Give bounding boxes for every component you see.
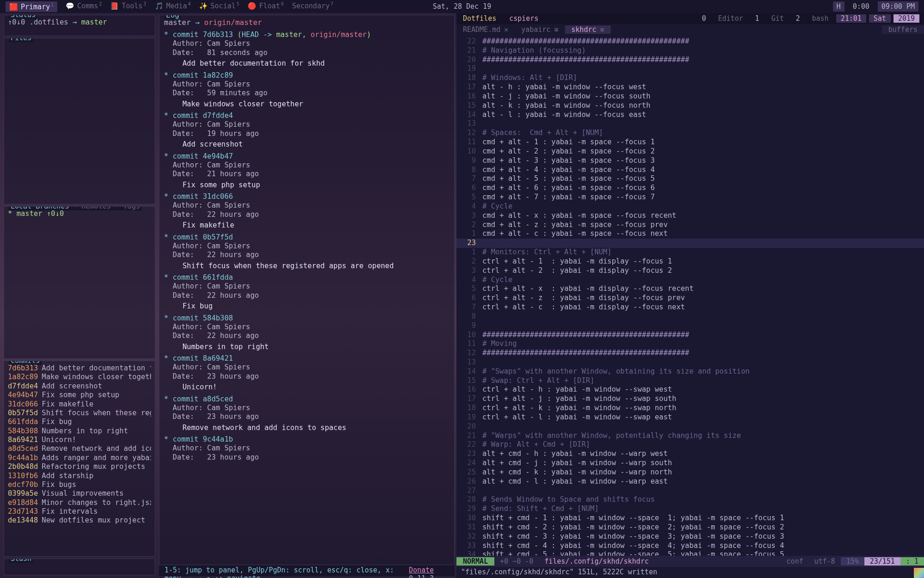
branch-current[interactable]: * master ↑0↓0 — [8, 209, 64, 218]
tmux-seg[interactable]: 1 — [750, 14, 764, 23]
log-commit[interactable]: * commit d7fdde4 Author: Cam Spiers Date… — [164, 111, 450, 149]
editor-line: 18# Windows: Alt + [DIR] — [456, 74, 924, 83]
tmux-clock-seg: Sat — [869, 14, 891, 23]
workspace-secondary[interactable]: Secondary7 — [292, 1, 333, 12]
tmux-clock-seg: 21:01 — [836, 14, 866, 23]
workspace-primary[interactable]: 🟥Primary1 — [6, 1, 57, 12]
editor-line: 10cmd + alt - 2 : yabai -m space --focus… — [456, 147, 924, 156]
commit-row[interactable]: 23d7143Fix intervals — [8, 507, 151, 516]
tmux-seg[interactable]: 2 — [791, 14, 804, 23]
editor-line: 24alt + cmd - j : yabai -m window --warp… — [456, 459, 924, 468]
crumb-user[interactable]: cspiers — [503, 14, 545, 23]
commit-row[interactable]: d7fdde4Add screenshot — [8, 382, 151, 391]
log-title: Log — [164, 15, 181, 19]
menubar-h-chip[interactable]: H — [833, 1, 845, 12]
resize-corner-icon — [914, 568, 924, 578]
editor-line: 11# Moving — [456, 339, 924, 349]
commit-row[interactable]: e918d84Minor changes to right.jsx — [8, 498, 151, 507]
commit-row[interactable]: 4e94b47Fix some php setup — [8, 391, 151, 400]
editor-line: 23alt + cmd - h : yabai -m window --warp… — [456, 449, 924, 459]
vim-mode: NORMAL — [456, 557, 494, 566]
version: 0.11.3 — [409, 574, 434, 578]
log-commit[interactable]: * commit a8d5ced Author: Cam Spiers Date… — [164, 395, 450, 433]
log-panel[interactable]: Log master → origin/master * commit 7d6b… — [159, 15, 455, 565]
editor-line: 27 — [456, 486, 924, 496]
commit-row[interactable]: de13448New dotfiles mux project — [8, 516, 151, 525]
editor-line: 26alt + cmd - l : yabai -m window --warp… — [456, 477, 924, 486]
editor-line: 33shift + cmd - 4 : yabai -m window --sp… — [456, 541, 924, 551]
workspace-float[interactable]: 🔴Float6 — [248, 1, 284, 12]
commit-row[interactable]: 31dc066Fix makefile — [8, 400, 151, 409]
buffers-label[interactable]: buffers — [882, 25, 924, 34]
commit-row[interactable]: 9c44a1bAdds ranger and more yabai — [8, 454, 151, 462]
editor-line: 6ctrl + alt - z : yabai -m display --foc… — [456, 294, 924, 303]
log-commit[interactable]: * commit 1a82c89 Author: Cam Spiers Date… — [164, 71, 450, 109]
editor-line: 12# Spaces: Cmd + Alt + [NUM] — [456, 129, 924, 138]
log-commit[interactable]: * commit 31dc066 Author: Cam Spiers Date… — [164, 192, 450, 230]
editor-line: 30shift + cmd - 1 : yabai -m window --sp… — [456, 514, 924, 523]
lazygit-help: 1-5: jump to panel, PgUp/PgDn: scroll, e… — [159, 565, 455, 576]
files-panel[interactable]: Files — [4, 38, 155, 204]
workspace-social[interactable]: ✨Social5 — [199, 1, 239, 12]
editor-line: 1# Monitors: Ctrl + Alt + [NUM] — [456, 248, 924, 257]
editor-line: 6cmd + alt - 6 : yabai -m space --focus … — [456, 184, 924, 193]
commit-row[interactable]: 2b0b48dRefactoring mux projects — [8, 462, 151, 471]
editor-line: 23 — [456, 239, 924, 248]
workspace-comms[interactable]: 💬Comms2 — [66, 1, 102, 12]
commit-row[interactable]: a8d5cedRemove network and add icons t — [8, 444, 151, 453]
close-icon[interactable]: ✕ — [504, 25, 508, 34]
log-commit[interactable]: * commit 0b57f5d Author: Cam Spiers Date… — [164, 233, 450, 271]
stash-title: Stash — [9, 559, 33, 563]
menubar-date: Sat, 28 Dec 19 — [433, 2, 491, 11]
commit-row[interactable]: 1a82c89Make windows closer together — [8, 373, 151, 381]
workspace-media[interactable]: 🎵Media4 — [155, 1, 191, 12]
donate-link[interactable]: Donate — [409, 566, 434, 574]
log-commit[interactable]: * commit 7d6b313 (HEAD -> master, origin… — [164, 31, 450, 68]
close-icon[interactable]: ≡ — [554, 25, 559, 34]
commit-row[interactable]: 584b308Numbers in top right — [8, 427, 151, 436]
tmux-seg[interactable]: Editor — [713, 14, 748, 23]
log-commit[interactable]: * commit 9c44a1b Author: Cam Spiers Date… — [164, 435, 450, 462]
commit-row[interactable]: 0b57f5dShift focus when these registe — [8, 409, 151, 418]
editor-line: 17ctrl + alt - j : yabai -m window --swa… — [456, 394, 924, 404]
editor-line: 18ctrl + alt - k : yabai -m window --swa… — [456, 404, 924, 413]
log-commit[interactable]: * commit 661fdda Author: Cam Spiers Date… — [164, 273, 450, 311]
commit-row[interactable]: 661fddaFix bug — [8, 418, 151, 426]
status-line: ↑0↓0 .dotfiles → master — [8, 18, 151, 26]
close-icon[interactable]: ≡ — [600, 25, 604, 34]
branches-title: Local Branches — [11, 206, 69, 210]
workspace-tools[interactable]: 📕Tools3 — [110, 1, 146, 12]
vim-statusline: NORMAL +0 ~0 -0 files/.config/skhd/skhdr… — [456, 556, 924, 567]
stash-panel[interactable]: Stash — [4, 559, 155, 575]
files-title: Files — [9, 38, 33, 42]
editor-line: 3cmd + alt - x : yabai -m space --focus … — [456, 211, 924, 221]
branches-panel[interactable]: Local Branches - Remotes - Tags * master… — [4, 206, 155, 359]
commit-row[interactable]: 1310fb6Add starship — [8, 472, 151, 480]
vim-conf: conf — [781, 557, 808, 566]
tmux-tabline: Dotfiles cspiers 0Editor1Git2bash21:01Sa… — [456, 13, 924, 24]
status-panel[interactable]: Status ↑0↓0 .dotfiles → master — [4, 15, 155, 36]
crumb-project[interactable]: Dotfiles — [456, 14, 503, 23]
editor-body[interactable]: 22######################################… — [456, 35, 924, 556]
buffer-tab[interactable]: README.md✕ — [456, 25, 515, 34]
editor-line: 5cmd + alt - 7 : yabai -m space --focus … — [456, 193, 924, 202]
tmux-seg[interactable]: bash — [808, 14, 833, 23]
log-commit[interactable]: * commit 4e94b47 Author: Cam Spiers Date… — [164, 152, 450, 190]
log-commit[interactable]: * commit 584b308 Author: Cam Spiers Date… — [164, 314, 450, 352]
commit-row[interactable]: edcf70bFix bugs — [8, 480, 151, 489]
log-commit[interactable]: * commit 8a69421 Author: Cam Spiers Date… — [164, 354, 450, 392]
tmux-seg[interactable]: Git — [766, 14, 788, 23]
editor-line: 19ctrl + alt - l : yabai -m window --swa… — [456, 413, 924, 422]
tmux-seg[interactable]: 0 — [697, 14, 711, 23]
commit-row[interactable]: 7d6b313Add better documentation for s — [8, 364, 151, 373]
commit-row[interactable]: 0399a5eVisual improvements — [8, 489, 151, 498]
buffer-tab[interactable]: skhdrc≡ — [565, 25, 611, 34]
editor-pane: Dotfiles cspiers 0Editor1Git2bash21:01Sa… — [456, 13, 924, 578]
commit-row[interactable]: 8a69421Unicorn! — [8, 436, 151, 444]
commits-panel[interactable]: Commits 7d6b313Add better documentation … — [4, 361, 155, 557]
lazygit-main: Log master → origin/master * commit 7d6b… — [157, 13, 456, 578]
vim-col: : 1 — [900, 557, 924, 566]
buffer-tab[interactable]: yabairc≡ — [515, 25, 565, 34]
commits-title: Commits — [9, 361, 42, 365]
editor-line: 7ctrl + alt - c : yabai -m display --foc… — [456, 303, 924, 312]
